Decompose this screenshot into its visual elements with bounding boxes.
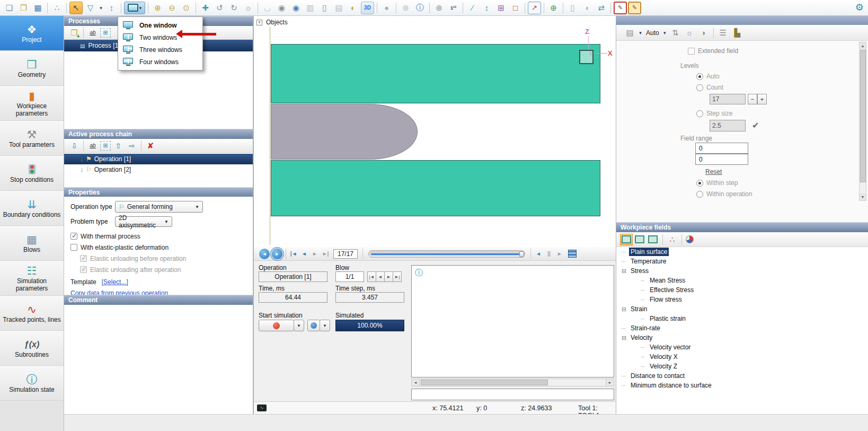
- blow-last-button[interactable]: ►|: [393, 271, 402, 282]
- extended-field-checkbox[interactable]: [688, 48, 695, 55]
- apply-check-icon[interactable]: ✔: [752, 120, 759, 130]
- tree-expander-icon[interactable]: ⊟: [622, 268, 629, 275]
- brightness-icon[interactable]: ☼: [683, 27, 696, 39]
- field-on-surface-icon[interactable]: [621, 234, 632, 245]
- graphics-viewport[interactable]: + Objects Z Y X: [253, 16, 616, 247]
- log-input-box[interactable]: [411, 389, 614, 400]
- operation-type-dropdown[interactable]: ⚐ General forming ▼: [115, 201, 203, 213]
- tracked-points-icon[interactable]: ∴: [666, 233, 679, 246]
- blow-value-box[interactable]: 1/1: [335, 271, 364, 282]
- copy-icon[interactable]: ⊞: [100, 28, 111, 38]
- show-all-eyes-icon[interactable]: ◉: [289, 2, 303, 14]
- save-icon[interactable]: ▦: [31, 2, 45, 14]
- sphere-icon[interactable]: ●: [380, 2, 393, 14]
- blow-first-button[interactable]: |◄: [367, 271, 376, 282]
- tree-expander-icon[interactable]: [641, 287, 648, 293]
- menu-item-one-window[interactable]: One window: [118, 19, 202, 31]
- sidebar-item-tracked-points-lines[interactable]: ∿ Tracked points, lines: [0, 296, 64, 331]
- measure-height-icon[interactable]: ↕: [480, 2, 493, 14]
- count-input[interactable]: 17: [710, 94, 746, 104]
- wireframe-body-icon[interactable]: ▥: [304, 2, 317, 14]
- tree-expander-icon[interactable]: [641, 277, 648, 284]
- mesh-icon[interactable]: ⊛: [399, 2, 412, 14]
- scroll-right-icon[interactable]: ►: [606, 379, 614, 386]
- import-operation-icon[interactable]: ⇩: [68, 140, 81, 152]
- process-tree-icon[interactable]: ∴: [50, 2, 64, 14]
- with-elastic-plastic-checkbox[interactable]: [70, 244, 77, 251]
- reset-link[interactable]: Reset: [705, 168, 722, 175]
- start-simulation-button[interactable]: [259, 320, 294, 331]
- sidebar-item-workpiece-parameters[interactable]: ▮ Workpiece parameters: [0, 86, 64, 121]
- scroll-up-icon[interactable]: ▲: [860, 42, 866, 49]
- start-simulation-dropdown[interactable]: ▼: [294, 320, 304, 331]
- blow-prev-button[interactable]: ◄: [376, 271, 385, 282]
- tree-expander-icon[interactable]: [622, 258, 629, 265]
- sidebar-item-project[interactable]: ❖ Project: [0, 16, 64, 51]
- tree-expander-icon[interactable]: [641, 296, 648, 303]
- select-cursor-icon[interactable]: ↖: [69, 2, 83, 14]
- body-subtract-icon[interactable]: ◖: [580, 2, 594, 14]
- lower-tool-shape[interactable]: [271, 160, 600, 216]
- new-document-icon[interactable]: ❏: [3, 2, 16, 14]
- within-operation-radio[interactable]: [696, 191, 703, 198]
- sidebar-item-simulation-state[interactable]: ⓘ Simulation state: [0, 366, 64, 401]
- pause-simulation-dropdown[interactable]: ▼: [320, 320, 330, 331]
- first-record-button[interactable]: |◄: [289, 249, 298, 259]
- menu-item-four-windows[interactable]: Four windows: [118, 56, 202, 68]
- move-up-icon[interactable]: ⇧: [112, 140, 125, 152]
- tree-item-velocity-z[interactable]: Velocity Z: [616, 362, 868, 371]
- timeline-slider[interactable]: [368, 250, 525, 258]
- within-step-radio[interactable]: [696, 180, 703, 187]
- funnel-icon[interactable]: ▽: [84, 2, 97, 14]
- field-mixed-icon[interactable]: [647, 234, 659, 245]
- step-size-input[interactable]: 2.5: [710, 120, 746, 131]
- tree-item-minimum-distance-to-surface[interactable]: Minimum distance to surface: [616, 381, 868, 390]
- scroll-left-icon[interactable]: ◄: [412, 379, 420, 386]
- tree-item-flow-stress[interactable]: Flow stress: [616, 295, 868, 304]
- tree-expander-icon[interactable]: ⊟: [622, 335, 629, 341]
- pan-icon[interactable]: ✚: [199, 2, 212, 14]
- upper-tool-shape[interactable]: [271, 44, 600, 103]
- add-body-icon[interactable]: ⊕: [547, 2, 560, 14]
- template-select-link[interactable]: [Select...]: [102, 278, 128, 286]
- rotate-settings-icon[interactable]: ☼: [242, 2, 255, 14]
- delete-icon[interactable]: ✘: [144, 140, 157, 152]
- mesh-nodes-icon[interactable]: ⊛: [432, 2, 446, 14]
- scrollbar-thumb[interactable]: [421, 380, 548, 385]
- scale-dropdown-arrow[interactable]: ▾: [662, 27, 668, 39]
- view-3d-icon[interactable]: 3D: [361, 2, 374, 14]
- field-in-section-icon[interactable]: [634, 234, 645, 245]
- sidebar-item-blows[interactable]: ▦ Blows: [0, 226, 64, 261]
- operation-row-2[interactable]: ↓ ⚐ Operation [2]: [64, 164, 253, 175]
- sidebar-item-stop-conditions[interactable]: Stop conditions: [0, 156, 64, 191]
- zoom-out-icon[interactable]: ⊖: [165, 2, 179, 14]
- tree-item-distance-to-contact[interactable]: Distance to contact: [616, 371, 868, 381]
- add-process-icon[interactable]: ❒: [68, 27, 81, 39]
- rotate-view-icon[interactable]: ↺: [213, 2, 226, 14]
- levels-auto-radio[interactable]: [696, 73, 703, 80]
- blow-next-button[interactable]: ►: [384, 271, 393, 282]
- tree-item-velocity-vector[interactable]: Velocity vector: [616, 342, 868, 352]
- range-max-input[interactable]: 0: [695, 143, 748, 154]
- tree-item-plain-surface[interactable]: Plain surface: [616, 247, 868, 257]
- operation-row-1[interactable]: ↓ ⚑ Operation [1]: [64, 154, 253, 164]
- scrollbar-thumb[interactable]: [860, 50, 866, 182]
- mesh-info-icon[interactable]: ⓘ: [413, 2, 427, 14]
- body-union-icon[interactable]: ▯: [566, 2, 579, 14]
- scale-mode-dropdown[interactable]: Auto: [644, 27, 661, 39]
- plot-icon[interactable]: ↗: [528, 2, 541, 14]
- rotate-lock-icon[interactable]: ↻: [227, 2, 241, 14]
- tree-item-strain-rate[interactable]: Strain-rate: [616, 323, 868, 333]
- tree-item-effective-stress[interactable]: Effective Stress: [616, 285, 868, 295]
- settings-vertical-scrollbar[interactable]: ▲ ▼: [859, 42, 866, 201]
- sort-icon[interactable]: ⇅: [669, 27, 682, 39]
- elastic-unloading-before-checkbox[interactable]: [80, 255, 87, 262]
- workpiece-shape[interactable]: [271, 104, 418, 160]
- open-folder-icon[interactable]: ❒: [17, 2, 30, 14]
- tree-item-plastic-strain[interactable]: Plastic strain: [616, 314, 868, 323]
- scroll-down-icon[interactable]: ▼: [860, 193, 866, 200]
- legend-dropdown-arrow[interactable]: ▾: [637, 27, 643, 39]
- simulation-log-panel[interactable]: ⓘ: [411, 265, 614, 377]
- frame-counter-box[interactable]: 17/17: [333, 249, 358, 259]
- edit-body-icon[interactable]: ✎: [628, 2, 641, 14]
